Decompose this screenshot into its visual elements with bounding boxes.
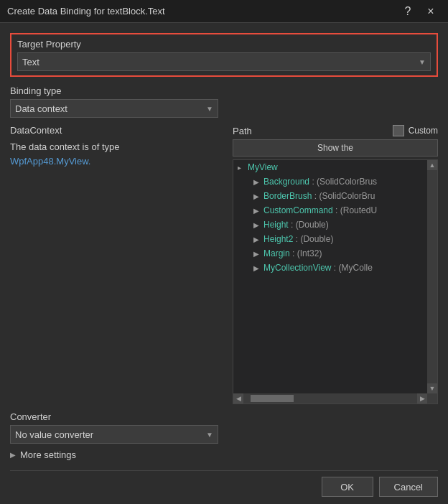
custom-label: Custom (409, 126, 438, 136)
item-text-0: Background : (SolidColorBrus (263, 177, 377, 187)
datacontext-label: DataContext (10, 125, 225, 136)
converter-dropdown[interactable]: No value converter ▼ (10, 425, 218, 444)
scroll-up-btn[interactable]: ▲ (427, 160, 437, 170)
ok-button[interactable]: OK (322, 477, 373, 497)
right-panel: Path Custom Show the ▸ MyView (233, 125, 438, 404)
title-bar-buttons: ? × (398, 1, 441, 22)
item-text-2: CustomCommand : (RoutedU (263, 205, 377, 215)
binding-type-label: Binding type (10, 85, 438, 96)
scroll-track-h[interactable] (243, 393, 417, 403)
item-arrow-2: ▶ (253, 207, 261, 215)
tree-root-item[interactable]: ▸ MyView (233, 160, 437, 174)
target-property-arrow: ▼ (419, 58, 426, 66)
vertical-scrollbar[interactable]: ▲ ▼ (427, 160, 437, 393)
scroll-right-btn[interactable]: ▶ (417, 393, 427, 403)
footer: OK Cancel (10, 470, 438, 497)
root-name: MyView (248, 162, 278, 172)
item-arrow-5: ▶ (253, 250, 261, 258)
path-label: Path (233, 126, 252, 136)
item-text-1: BorderBrush : (SolidColorBru (263, 191, 375, 201)
datacontext-line1: The data context is of type (10, 141, 119, 152)
scroll-left-btn[interactable]: ◀ (233, 393, 243, 403)
more-settings-row[interactable]: ▶ More settings (10, 449, 438, 460)
dialog-title: Create Data Binding for textBlock.Text (7, 6, 165, 17)
target-property-dropdown[interactable]: Text ▼ (17, 52, 431, 71)
item-text-4: Height2 : (Double) (263, 234, 333, 244)
custom-row: Custom (393, 125, 438, 136)
path-header: Path Custom (233, 125, 438, 136)
item-text-3: Height : (Double) (263, 220, 329, 230)
target-property-value: Text (22, 57, 39, 67)
target-property-label: Target Property (17, 39, 431, 50)
root-arrow: ▸ (238, 164, 245, 172)
bottom-section: Converter No value converter ▼ ▶ More se… (10, 411, 438, 460)
scroll-track-v[interactable] (427, 170, 437, 383)
item-arrow-3: ▶ (253, 221, 261, 229)
horizontal-scrollbar[interactable]: ◀ ▶ (233, 393, 427, 403)
scrollbar-corner (427, 393, 437, 403)
more-settings-arrow-icon: ▶ (10, 451, 16, 459)
show-the-button[interactable]: Show the (233, 139, 438, 157)
tree-item[interactable]: ▶ BorderBrush : (SolidColorBru (233, 189, 437, 203)
item-text-5: Margin : (Int32) (263, 248, 322, 258)
tree-item[interactable]: ▶ CustomCommand : (RoutedU (233, 203, 437, 218)
tree-scrollable[interactable]: ▸ MyView ▶ Background : (SolidColorBrus (233, 160, 437, 403)
datacontext-text: The data context is of type WpfApp48.MyV… (10, 140, 225, 168)
item-arrow-1: ▶ (253, 192, 261, 200)
root-text: MyView (248, 162, 278, 172)
tree-item[interactable]: ▶ Height2 : (Double) (233, 232, 437, 246)
target-property-section: Target Property Text ▼ (10, 33, 438, 77)
converter-arrow: ▼ (206, 431, 213, 439)
item-arrow-4: ▶ (253, 235, 261, 243)
title-bar: Create Data Binding for textBlock.Text ?… (0, 0, 448, 23)
item-arrow-6: ▶ (253, 264, 261, 272)
tree-item[interactable]: ▶ Margin : (Int32) (233, 246, 437, 261)
item-arrow-0: ▶ (253, 178, 261, 186)
tree-item[interactable]: ▶ Background : (SolidColorBrus (233, 174, 437, 189)
tree-item[interactable]: ▶ MyCollectionView : (MyColle (233, 261, 437, 275)
dialog-body: Target Property Text ▼ Binding type Data… (0, 23, 448, 504)
scroll-down-btn[interactable]: ▼ (427, 383, 437, 393)
binding-type-dropdown[interactable]: Data context ▼ (10, 99, 218, 118)
binding-type-arrow: ▼ (206, 105, 213, 113)
item-text-6: MyCollectionView : (MyColle (263, 263, 373, 273)
main-content: DataContext The data context is of type … (10, 125, 438, 404)
binding-type-value: Data context (15, 103, 67, 114)
custom-checkbox[interactable] (393, 125, 404, 136)
scroll-thumb-h (251, 395, 294, 402)
converter-value: No value converter (15, 429, 93, 440)
datacontext-type: WpfApp48.MyView. (10, 156, 90, 167)
binding-type-row: Binding type Data context ▼ (10, 85, 438, 118)
more-settings-label: More settings (20, 449, 76, 460)
left-panel: DataContext The data context is of type … (10, 125, 225, 404)
tree-item[interactable]: ▶ Height : (Double) (233, 218, 437, 232)
close-button[interactable]: × (421, 1, 441, 22)
converter-label: Converter (10, 411, 438, 422)
tree-container: ▸ MyView ▶ Background : (SolidColorBrus (233, 159, 438, 404)
cancel-button[interactable]: Cancel (379, 477, 438, 497)
help-button[interactable]: ? (398, 1, 418, 22)
